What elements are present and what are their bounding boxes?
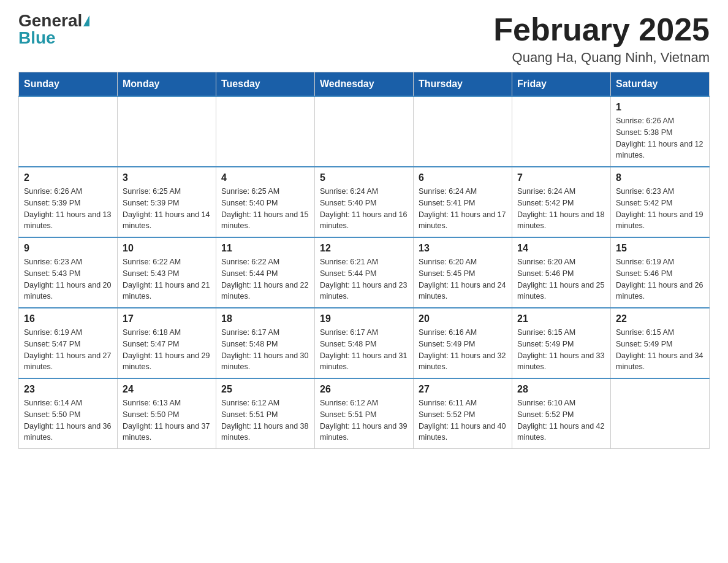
calendar-week-row: 16Sunrise: 6:19 AMSunset: 5:47 PMDayligh… [19,308,710,378]
calendar-cell: 5Sunrise: 6:24 AMSunset: 5:40 PMDaylight… [315,167,414,237]
calendar-cell [216,96,315,167]
logo-triangle-icon [83,15,89,26]
day-number: 7 [517,172,605,183]
day-number: 22 [616,313,704,324]
day-header-saturday: Saturday [611,72,710,97]
day-info: Sunrise: 6:16 AMSunset: 5:49 PMDaylight:… [419,327,507,373]
calendar-cell: 4Sunrise: 6:25 AMSunset: 5:40 PMDaylight… [216,167,315,237]
day-number: 28 [517,384,605,395]
day-info: Sunrise: 6:15 AMSunset: 5:49 PMDaylight:… [517,327,605,373]
location-title: Quang Ha, Quang Ninh, Vietnam [493,50,710,66]
day-info: Sunrise: 6:12 AMSunset: 5:51 PMDaylight:… [221,397,309,443]
day-info: Sunrise: 6:23 AMSunset: 5:42 PMDaylight:… [616,186,704,232]
day-info: Sunrise: 6:12 AMSunset: 5:51 PMDaylight:… [320,397,408,443]
calendar-cell: 12Sunrise: 6:21 AMSunset: 5:44 PMDayligh… [315,237,414,308]
day-info: Sunrise: 6:24 AMSunset: 5:42 PMDaylight:… [517,186,605,232]
day-number: 10 [123,243,211,254]
day-number: 1 [616,102,704,113]
day-info: Sunrise: 6:21 AMSunset: 5:44 PMDaylight:… [320,256,408,302]
day-info: Sunrise: 6:26 AMSunset: 5:39 PMDaylight:… [24,186,112,232]
day-number: 24 [123,384,211,395]
calendar-cell [414,96,512,167]
calendar-cell: 19Sunrise: 6:17 AMSunset: 5:48 PMDayligh… [315,308,414,378]
calendar-cell: 26Sunrise: 6:12 AMSunset: 5:51 PMDayligh… [315,378,414,449]
calendar-cell [118,96,216,167]
calendar-cell: 22Sunrise: 6:15 AMSunset: 5:49 PMDayligh… [611,308,710,378]
calendar-cell: 25Sunrise: 6:12 AMSunset: 5:51 PMDayligh… [216,378,315,449]
day-number: 15 [616,243,704,254]
calendar-cell: 20Sunrise: 6:16 AMSunset: 5:49 PMDayligh… [414,308,512,378]
day-info: Sunrise: 6:19 AMSunset: 5:46 PMDaylight:… [616,256,704,302]
day-number: 14 [517,243,605,254]
page-header: General Blue February 2025 Quang Ha, Qua… [18,12,710,66]
day-info: Sunrise: 6:25 AMSunset: 5:39 PMDaylight:… [123,186,211,232]
calendar-cell: 18Sunrise: 6:17 AMSunset: 5:48 PMDayligh… [216,308,315,378]
day-info: Sunrise: 6:19 AMSunset: 5:47 PMDaylight:… [24,327,112,373]
day-header-wednesday: Wednesday [315,72,414,97]
day-header-sunday: Sunday [19,72,118,97]
calendar-cell: 27Sunrise: 6:11 AMSunset: 5:52 PMDayligh… [414,378,512,449]
day-info: Sunrise: 6:11 AMSunset: 5:52 PMDaylight:… [419,397,507,443]
calendar-cell [315,96,414,167]
title-section: February 2025 Quang Ha, Quang Ninh, Viet… [493,12,710,66]
day-info: Sunrise: 6:20 AMSunset: 5:45 PMDaylight:… [419,256,507,302]
day-info: Sunrise: 6:18 AMSunset: 5:47 PMDaylight:… [123,327,211,373]
day-info: Sunrise: 6:24 AMSunset: 5:41 PMDaylight:… [419,186,507,232]
calendar-header-row: SundayMondayTuesdayWednesdayThursdayFrid… [19,72,710,97]
logo: General Blue [18,12,89,47]
calendar-week-row: 9Sunrise: 6:23 AMSunset: 5:43 PMDaylight… [19,237,710,308]
calendar-cell [512,96,611,167]
day-number: 2 [24,172,112,183]
day-number: 26 [320,384,408,395]
calendar-cell: 17Sunrise: 6:18 AMSunset: 5:47 PMDayligh… [118,308,216,378]
calendar-cell: 24Sunrise: 6:13 AMSunset: 5:50 PMDayligh… [118,378,216,449]
day-header-thursday: Thursday [414,72,512,97]
calendar-cell: 9Sunrise: 6:23 AMSunset: 5:43 PMDaylight… [19,237,118,308]
calendar-cell: 16Sunrise: 6:19 AMSunset: 5:47 PMDayligh… [19,308,118,378]
day-number: 16 [24,313,112,324]
day-header-friday: Friday [512,72,611,97]
calendar-cell: 13Sunrise: 6:20 AMSunset: 5:45 PMDayligh… [414,237,512,308]
day-header-monday: Monday [118,72,216,97]
calendar-cell: 6Sunrise: 6:24 AMSunset: 5:41 PMDaylight… [414,167,512,237]
day-number: 27 [419,384,507,395]
day-info: Sunrise: 6:22 AMSunset: 5:44 PMDaylight:… [221,256,309,302]
day-number: 13 [419,243,507,254]
calendar-cell: 1Sunrise: 6:26 AMSunset: 5:38 PMDaylight… [611,96,710,167]
calendar-week-row: 23Sunrise: 6:14 AMSunset: 5:50 PMDayligh… [19,378,710,449]
calendar-cell: 23Sunrise: 6:14 AMSunset: 5:50 PMDayligh… [19,378,118,449]
calendar-cell: 28Sunrise: 6:10 AMSunset: 5:52 PMDayligh… [512,378,611,449]
calendar-week-row: 1Sunrise: 6:26 AMSunset: 5:38 PMDaylight… [19,96,710,167]
day-number: 3 [123,172,211,183]
month-title: February 2025 [493,12,710,47]
day-info: Sunrise: 6:26 AMSunset: 5:38 PMDaylight:… [616,115,704,161]
calendar-cell: 10Sunrise: 6:22 AMSunset: 5:43 PMDayligh… [118,237,216,308]
calendar-cell: 14Sunrise: 6:20 AMSunset: 5:46 PMDayligh… [512,237,611,308]
day-number: 21 [517,313,605,324]
day-header-tuesday: Tuesday [216,72,315,97]
day-number: 8 [616,172,704,183]
day-number: 5 [320,172,408,183]
calendar-cell: 11Sunrise: 6:22 AMSunset: 5:44 PMDayligh… [216,237,315,308]
day-info: Sunrise: 6:24 AMSunset: 5:40 PMDaylight:… [320,186,408,232]
logo-blue-text: Blue [18,29,56,47]
day-info: Sunrise: 6:14 AMSunset: 5:50 PMDaylight:… [24,397,112,443]
calendar-table: SundayMondayTuesdayWednesdayThursdayFrid… [18,72,710,449]
day-number: 19 [320,313,408,324]
day-info: Sunrise: 6:17 AMSunset: 5:48 PMDaylight:… [221,327,309,373]
calendar-cell: 2Sunrise: 6:26 AMSunset: 5:39 PMDaylight… [19,167,118,237]
logo-general-text: General [18,12,82,29]
day-info: Sunrise: 6:17 AMSunset: 5:48 PMDaylight:… [320,327,408,373]
day-number: 9 [24,243,112,254]
day-info: Sunrise: 6:20 AMSunset: 5:46 PMDaylight:… [517,256,605,302]
calendar-cell: 7Sunrise: 6:24 AMSunset: 5:42 PMDaylight… [512,167,611,237]
day-number: 17 [123,313,211,324]
calendar-cell [611,378,710,449]
day-number: 11 [221,243,309,254]
day-number: 23 [24,384,112,395]
calendar-cell: 3Sunrise: 6:25 AMSunset: 5:39 PMDaylight… [118,167,216,237]
day-info: Sunrise: 6:23 AMSunset: 5:43 PMDaylight:… [24,256,112,302]
day-info: Sunrise: 6:15 AMSunset: 5:49 PMDaylight:… [616,327,704,373]
day-number: 12 [320,243,408,254]
day-info: Sunrise: 6:22 AMSunset: 5:43 PMDaylight:… [123,256,211,302]
